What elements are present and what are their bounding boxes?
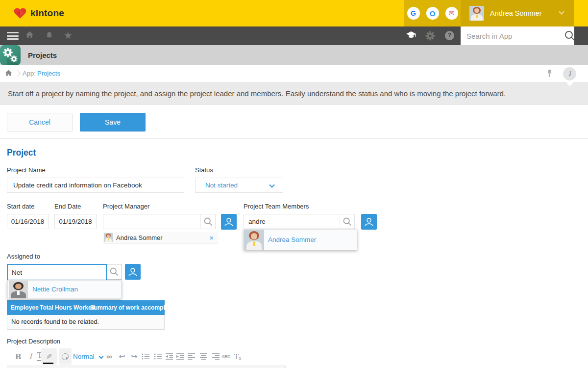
- notifications-bell-icon[interactable]: [45, 31, 53, 42]
- user-avatar: [469, 6, 484, 21]
- record-form: Project Project Name Status Not started …: [0, 139, 588, 368]
- user-name: Andrea Sommer: [490, 9, 542, 17]
- circle-service-icon[interactable]: O: [426, 7, 439, 20]
- save-button[interactable]: Save: [80, 113, 146, 131]
- suggestion-user-name: Nettie Crollman: [32, 281, 78, 298]
- project-manager-user-select-button[interactable]: [221, 214, 237, 230]
- app-search: [461, 26, 574, 45]
- project-description-label: Project Description: [7, 338, 60, 345]
- suggestion-user-name: Andrea Sommer: [268, 230, 316, 250]
- redo-icon[interactable]: ↪: [130, 348, 139, 365]
- hamburger-menu-icon[interactable]: [7, 32, 19, 40]
- column-header: Total Hours Worked: [40, 300, 95, 315]
- assigned-to-suggestion-item[interactable]: Nettie Crollman: [7, 280, 122, 299]
- global-nav-bar: ★: [0, 26, 588, 45]
- outdent-icon[interactable]: [165, 348, 173, 365]
- search-icon[interactable]: [106, 264, 122, 279]
- numbered-list-icon[interactable]: [153, 348, 162, 365]
- pin-icon[interactable]: [546, 69, 553, 80]
- strikethrough-icon[interactable]: ABC: [221, 348, 230, 365]
- page-title: Projects: [28, 45, 57, 65]
- page: kintone G O ✉ Andrea Sommer ★: [0, 0, 588, 368]
- favorites-star-icon[interactable]: ★: [64, 29, 73, 41]
- project-manager-input[interactable]: [103, 214, 200, 229]
- current-color-bar: [43, 363, 53, 364]
- user-menu[interactable]: Andrea Sommer: [461, 0, 574, 26]
- avatar: [244, 230, 264, 250]
- team-members-label: Project Team Members: [244, 203, 309, 210]
- team-members-input[interactable]: [244, 214, 340, 229]
- richtext-toolbar: B I T ✎ Normal ∞ ↩ ↪: [7, 348, 301, 365]
- google-icon[interactable]: G: [407, 7, 420, 20]
- home-icon[interactable]: [25, 31, 34, 41]
- column-header: Summary of work accomplished: [90, 300, 180, 315]
- project-manager-picker: [103, 214, 216, 229]
- brand-name: kintone: [30, 8, 64, 19]
- assigned-to-picker: [7, 264, 122, 280]
- breadcrumb-app-prefix: App:: [23, 65, 36, 82]
- project-description-editor[interactable]: [7, 366, 286, 368]
- status-dropdown[interactable]: Not started: [195, 178, 283, 193]
- breadcrumb-app-link[interactable]: Projects: [37, 65, 60, 82]
- info-icon[interactable]: i: [563, 67, 576, 80]
- search-input[interactable]: [461, 32, 564, 40]
- start-date-input[interactable]: [7, 214, 49, 229]
- align-center-icon[interactable]: [199, 348, 208, 365]
- background-color-icon[interactable]: [59, 348, 72, 365]
- getting-started-cap-icon[interactable]: [406, 30, 416, 42]
- search-icon[interactable]: [200, 214, 215, 229]
- align-right-icon[interactable]: [211, 348, 220, 365]
- record-actions: Cancel Save: [0, 105, 588, 139]
- assigned-to-user-select-button[interactable]: [125, 264, 141, 280]
- search-icon[interactable]: [564, 30, 576, 42]
- column-header: Employee: [11, 300, 39, 315]
- info-tooltip-tail: [566, 82, 574, 86]
- insert-link-icon[interactable]: ∞: [105, 348, 114, 365]
- section-title: Project: [7, 148, 36, 158]
- status-value: Not started: [205, 178, 238, 192]
- status-label: Status: [195, 166, 213, 174]
- cancel-button[interactable]: Cancel: [7, 113, 73, 131]
- assigned-to-label: Assigned to: [7, 253, 40, 260]
- end-date-input[interactable]: [54, 214, 97, 229]
- app-gears-icon: [0, 45, 21, 65]
- selected-project-manager: Andrea Sommer ×: [103, 232, 218, 243]
- end-date-label: End Date: [54, 203, 81, 210]
- team-members-suggestion-item[interactable]: Andrea Sommer: [244, 229, 357, 250]
- app-description-text: Start off a project by naming the projec…: [8, 82, 506, 105]
- top-bar: kintone G O ✉ Andrea Sommer: [0, 0, 588, 26]
- help-icon[interactable]: ?: [445, 31, 454, 40]
- align-left-icon[interactable]: [187, 348, 196, 365]
- related-records-header: Employee Total Hours Worked Summary of w…: [7, 300, 165, 315]
- chevron-down-icon: [559, 9, 564, 14]
- breadcrumb-home-icon[interactable]: [5, 70, 12, 79]
- project-name-input[interactable]: [7, 178, 184, 193]
- undo-icon[interactable]: ↩: [118, 348, 126, 365]
- indent-icon[interactable]: [175, 348, 184, 365]
- team-members-user-select-button[interactable]: [361, 214, 377, 230]
- app-title-bar: Projects: [0, 45, 588, 65]
- mail-icon[interactable]: ✉: [445, 7, 458, 20]
- clear-format-icon[interactable]: Tx: [233, 348, 242, 365]
- settings-gear-icon[interactable]: [425, 31, 435, 43]
- assigned-to-input[interactable]: [7, 264, 107, 281]
- bold-icon[interactable]: B: [14, 348, 23, 365]
- italic-icon[interactable]: I: [26, 348, 35, 365]
- breadcrumb: App: Projects i: [0, 65, 588, 82]
- kintone-logo[interactable]: kintone: [14, 0, 64, 26]
- related-records-empty-row: No records found to be related.: [7, 315, 165, 330]
- format-dropdown[interactable]: Normal: [73, 348, 103, 365]
- empty-message: No records found to be related.: [11, 315, 99, 329]
- selected-user-name: Andrea Sommer: [116, 232, 163, 243]
- search-icon[interactable]: [340, 214, 354, 229]
- app-description-band: Start off a project by naming the projec…: [0, 82, 588, 105]
- avatar: [104, 233, 113, 242]
- avatar: [9, 281, 28, 298]
- format-value: Normal: [73, 353, 95, 360]
- breadcrumb-separator-icon: [14, 70, 21, 77]
- team-members-picker: [244, 214, 355, 229]
- remove-user-icon[interactable]: ×: [209, 232, 214, 243]
- chevron-down-icon: [269, 182, 274, 187]
- connected-services: G O ✉: [404, 0, 461, 26]
- bullet-list-icon[interactable]: [141, 348, 150, 365]
